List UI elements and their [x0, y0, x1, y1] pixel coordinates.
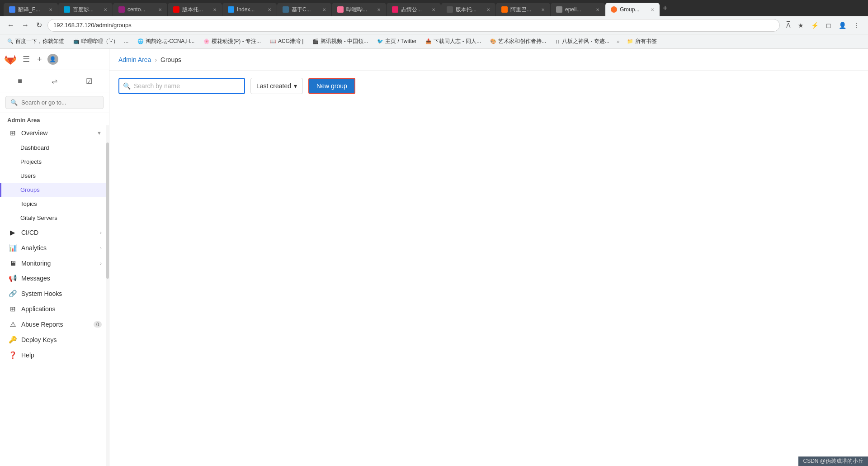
forward-button[interactable]: →	[20, 19, 31, 31]
tab-close-base[interactable]: ✕	[322, 7, 326, 12]
tab-redhat[interactable]: 版本托... ✕	[168, 3, 222, 16]
bookmark-tencent[interactable]: 🎬 腾讯视频 - 中国领...	[309, 37, 372, 46]
toolbar-icons: A̅ ★ ⚡ ◻ 👤 ⋮	[783, 20, 863, 31]
sidebar-item-topics[interactable]: Topics	[0, 197, 109, 211]
sidebar-item-projects[interactable]: Projects	[0, 155, 109, 169]
sidebar-item-label-system-hooks: System Hooks	[21, 290, 102, 297]
tab-close-zhiqing[interactable]: ✕	[432, 7, 435, 12]
bookmark-favicon-baidu: 🔍	[7, 38, 14, 44]
tab-aliyun[interactable]: 阿里巴... ✕	[496, 3, 550, 16]
app-container: ☰ + 👤 ■ ⇌ ☑ 🔍 Search or go to... Admin A…	[0, 49, 868, 466]
sidebar-item-label-deploy-keys: Deploy Keys	[21, 336, 102, 343]
extensions-icon[interactable]: ⚡	[808, 20, 821, 31]
sidebar-item-overview[interactable]: ⊞ Overview ▼	[0, 125, 109, 141]
search-input[interactable]	[118, 78, 245, 94]
bookmark-bilibili[interactable]: 📺 哔哩哔哩（`-'）ゞ...	[70, 37, 132, 46]
tab-close-index[interactable]: ✕	[268, 7, 271, 12]
tab-bar: 翻译_E... ✕ 百度影... ✕ cento... ✕ 版本托... ✕ I…	[0, 0, 868, 16]
sidebar-item-label-monitoring: Monitoring	[21, 260, 95, 267]
watermark: CSDN @伪装成塔的小丘	[798, 456, 868, 466]
sort-dropdown[interactable]: Last created ▾	[250, 78, 303, 94]
sidebar-item-label-cicd: CI/CD	[21, 229, 95, 236]
tab-close-version2[interactable]: ✕	[486, 7, 490, 12]
bookmark-favicon-all: 📁	[627, 38, 633, 44]
menu-icon[interactable]: ⋮	[851, 20, 863, 31]
new-tab-button[interactable]: +	[660, 4, 670, 13]
bookmark-yasaka[interactable]: ⛩ 八坂之神风 - 奇迹...	[552, 37, 613, 46]
tab-centos[interactable]: cento... ✕	[113, 3, 167, 16]
sidebar-collapse-button[interactable]: ☰	[21, 52, 32, 66]
sidebar-item-monitoring[interactable]: 🖥 Monitoring ›	[0, 256, 109, 271]
tab-close-centos[interactable]: ✕	[158, 7, 162, 12]
split-icon[interactable]: ◻	[823, 20, 834, 31]
sidebar-item-gitaly-servers[interactable]: Gitaly Servers	[0, 211, 109, 225]
sidebar-item-system-hooks[interactable]: 🔗 System Hooks	[0, 286, 109, 301]
tab-close-bilibili[interactable]: ✕	[104, 7, 107, 12]
bookmark-icon[interactable]: ★	[795, 20, 807, 31]
sidebar-item-help[interactable]: ❓ Help	[0, 347, 109, 363]
search-container: 🔍	[118, 78, 245, 94]
tab-close-bbb[interactable]: ✕	[377, 7, 381, 12]
system-hooks-icon: 🔗	[9, 290, 17, 298]
tab-favicon-index	[228, 6, 234, 13]
sidebar-nav-merge[interactable]: ⇌	[38, 74, 71, 88]
abuse-reports-badge: 0	[94, 321, 102, 328]
sidebar-avatar[interactable]: 👤	[47, 54, 58, 65]
bookmark-sakura[interactable]: 🌸 樱花动漫(P) - 专注...	[200, 37, 264, 46]
sidebar-new-button[interactable]: +	[35, 53, 44, 66]
tab-translate[interactable]: 翻译_E... ✕	[4, 3, 58, 16]
tab-epel[interactable]: epeli... ✕	[551, 3, 605, 16]
tab-favicon-translate	[9, 6, 15, 13]
sidebar-item-label-dashboard: Dashboard	[20, 144, 102, 151]
scroll-indicator	[106, 125, 109, 466]
sidebar-item-dashboard[interactable]: Dashboard	[0, 141, 109, 155]
sidebar-nav-todo[interactable]: ☑	[73, 74, 105, 88]
bookmark-honghue[interactable]: 🌐 鸿鹄论坛-CCNA,H...	[134, 37, 198, 46]
bookmark-label-baidu: 百度一下，你就知道	[15, 38, 64, 45]
sidebar-item-label-gitaly: Gitaly Servers	[20, 214, 102, 221]
sidebar-item-applications[interactable]: ⊞ Applications	[0, 301, 109, 317]
bookmark-all[interactable]: 📁 所有书签	[623, 37, 660, 46]
bookmark-dl[interactable]: 📥 下载同人志 - 同人...	[422, 37, 485, 46]
applications-icon: ⊞	[9, 305, 17, 313]
tab-version2[interactable]: 版本托... ✕	[441, 3, 495, 16]
tab-close-epel[interactable]: ✕	[596, 7, 599, 12]
sidebar-item-deploy-keys[interactable]: 🔑 Deploy Keys	[0, 332, 109, 347]
tab-gitlab[interactable]: Group... ✕	[605, 3, 660, 16]
abuse-reports-icon: ⚠	[9, 320, 17, 328]
sidebar-item-cicd[interactable]: ▶ CI/CD ›	[0, 225, 109, 240]
sidebar-search-button[interactable]: 🔍 Search or go to...	[5, 96, 104, 109]
address-input[interactable]	[47, 19, 780, 32]
sidebar-item-messages[interactable]: 📢 Messages	[0, 271, 109, 286]
bookmark-artist[interactable]: 🎨 艺术家和创作者持...	[486, 37, 550, 46]
tab-bilibili[interactable]: 百度影... ✕	[58, 3, 113, 16]
sidebar-item-groups[interactable]: Groups	[0, 183, 109, 197]
tab-zhiqing[interactable]: 志情公... ✕	[387, 3, 441, 16]
back-button[interactable]: ←	[5, 19, 16, 31]
bookmark-favicon-twitter: 🐦	[377, 38, 383, 44]
bookmark-acg[interactable]: 📖 ACG港湾 |	[266, 37, 307, 46]
tab-close-redhat[interactable]: ✕	[213, 7, 217, 12]
sidebar-nav-issues[interactable]: ■	[4, 74, 36, 88]
deploy-keys-icon: 🔑	[9, 336, 17, 344]
tab-index[interactable]: Index... ✕	[222, 3, 277, 16]
bookmark-baidu[interactable]: 🔍 百度一下，你就知道	[4, 37, 68, 46]
translate-icon[interactable]: A̅	[783, 20, 793, 31]
bookmark-label-yasaka: 八坂之神风 - 奇迹...	[562, 38, 609, 45]
tab-close-gitlab[interactable]: ✕	[651, 7, 654, 12]
bookmark-twitter[interactable]: 🐦 主页 / Twitter	[373, 37, 420, 46]
chevron-right-icon-monitoring: ›	[100, 261, 102, 266]
avatar-icon[interactable]: 👤	[836, 20, 849, 31]
sidebar-item-abuse-reports[interactable]: ⚠ Abuse Reports 0	[0, 317, 109, 332]
tab-base[interactable]: 基于C... ✕	[277, 3, 331, 16]
sidebar-item-users[interactable]: Users	[0, 169, 109, 183]
tab-bbb[interactable]: 哔哩哔... ✕	[332, 3, 386, 16]
tab-close-translate[interactable]: ✕	[49, 7, 52, 12]
gitlab-logo[interactable]	[4, 52, 17, 66]
bookmark-label-dl: 下载同人志 - 同人...	[434, 38, 481, 45]
breadcrumb-admin-area[interactable]: Admin Area	[118, 56, 151, 63]
sidebar-item-analytics[interactable]: 📊 Analytics ›	[0, 240, 109, 256]
new-group-button[interactable]: New group	[308, 78, 355, 94]
tab-close-aliyun[interactable]: ✕	[541, 7, 545, 12]
reload-button[interactable]: ↻	[34, 19, 44, 31]
